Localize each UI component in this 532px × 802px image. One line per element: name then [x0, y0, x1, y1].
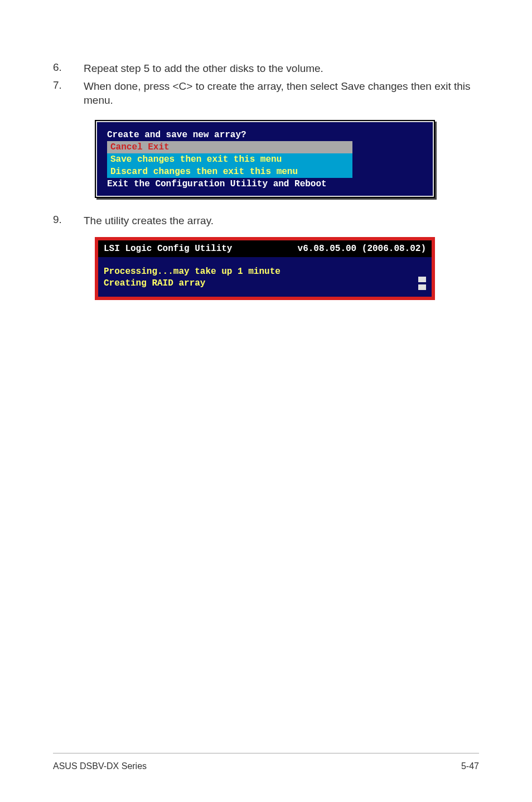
utility-line2: Creating RAID array [104, 278, 280, 290]
utility-body: Processing...may take up 1 minute Creati… [98, 259, 432, 297]
page-footer: ASUS DSBV-DX Series 5-47 [53, 753, 479, 771]
step-6: 6. Repeat step 5 to add the other disks … [53, 61, 479, 76]
utility-body-text: Processing...may take up 1 minute Creati… [104, 266, 280, 290]
step-text: The utility creates the array. [84, 214, 214, 228]
cursor-block [418, 277, 426, 282]
step-7: 7. When done, press <C> to create the ar… [53, 79, 479, 108]
step-text: Repeat step 5 to add the other disks to … [84, 61, 323, 76]
step-num: 7. [53, 79, 84, 108]
menu-item-discard: Discard changes then exit this menu [107, 166, 352, 178]
cursor-indicator [418, 277, 426, 290]
step-text: When done, press <C> to create the array… [84, 79, 479, 108]
step-num: 9. [53, 214, 84, 228]
utility-version: v6.08.05.00 (2006.08.02) [298, 244, 426, 254]
menu-item-save: Save changes then exit this menu [107, 153, 352, 166]
step-9: 9. The utility creates the array. [53, 214, 479, 228]
bios-menu-screenshot: Create and save new array? Cancel Exit S… [95, 120, 435, 198]
utility-screenshot: LSI Logic Config Utility v6.08.05.00 (20… [95, 237, 435, 300]
bios-menu-footer: Exit the Configuration Utility and Reboo… [103, 178, 427, 190]
cursor-block [418, 284, 426, 290]
menu-item-cancel: Cancel Exit [107, 141, 352, 153]
utility-title: LSI Logic Config Utility [104, 244, 232, 254]
step-num: 6. [53, 61, 84, 76]
utility-line1: Processing...may take up 1 minute [104, 266, 280, 278]
utility-header: LSI Logic Config Utility v6.08.05.00 (20… [98, 240, 432, 259]
footer-left: ASUS DSBV-DX Series [53, 761, 147, 771]
bios-menu-options: Cancel Exit Save changes then exit this … [107, 141, 352, 178]
footer-right: 5-47 [461, 761, 479, 771]
bios-menu-heading: Create and save new array? [103, 129, 427, 141]
